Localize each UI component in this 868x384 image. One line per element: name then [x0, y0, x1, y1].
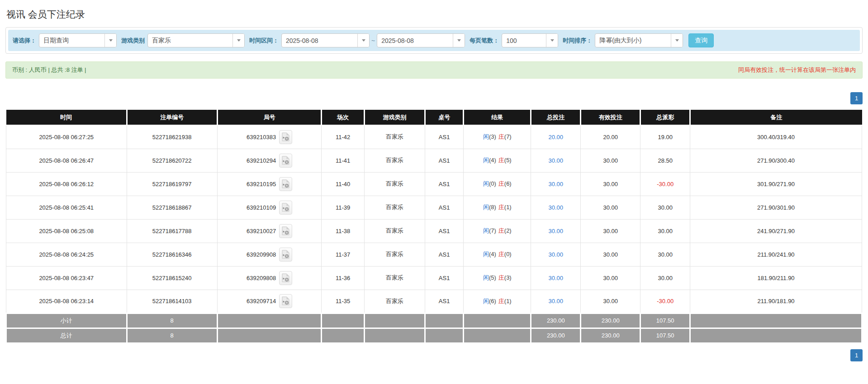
video-replay-button[interactable] [279, 224, 292, 238]
total-bet-link[interactable]: 20.00 [549, 134, 564, 140]
tilde-separator: ~ [371, 37, 375, 44]
game-category-cell: 百家乐 [364, 243, 425, 266]
player-result-label: 闲 [483, 227, 489, 234]
video-replay-button[interactable] [279, 248, 292, 262]
player-score: (4) [489, 157, 496, 164]
session-cell: 11-39 [322, 196, 365, 219]
total-bet-link[interactable]: 30.00 [549, 251, 564, 258]
table-row: 2025-08-08 06:26:12 522718619797 6392101… [6, 172, 862, 196]
round-id-text: 639209808 [247, 275, 276, 281]
bet-records-table: 时间 注单编号 局号 场次 游戏类别 桌号 结果 总投注 有效投注 总派彩 备注… [5, 110, 863, 344]
total-bet-cell: 20.00 [531, 125, 581, 149]
banker-score: (0) [504, 251, 512, 258]
chevron-down-icon[interactable] [232, 34, 244, 47]
table-row: 2025-08-08 06:27:25 522718621938 6392103… [6, 125, 862, 149]
total-bet-link[interactable]: 30.00 [549, 157, 564, 164]
payout-cell: 30.00 [640, 219, 690, 243]
total-bet-link[interactable]: 30.00 [549, 298, 564, 304]
total-bet-cell: 30.00 [531, 172, 581, 196]
remark-cell: 241.90/271.90 [690, 219, 862, 243]
game-category-cell: 百家乐 [364, 172, 425, 196]
player-score: (4) [489, 251, 496, 258]
time-cell: 2025-08-08 06:24:25 [6, 243, 127, 266]
header-game-category: 游戏类别 [364, 110, 425, 125]
round-id-cell: 639210383 [217, 125, 322, 149]
session-cell: 11-37 [322, 243, 365, 266]
session-cell: 11-42 [322, 125, 365, 149]
video-replay-button[interactable] [279, 294, 292, 308]
chevron-down-icon[interactable] [546, 34, 558, 47]
total-bet-link[interactable]: 30.00 [549, 181, 564, 187]
session-cell: 11-41 [322, 149, 365, 172]
remark-cell: 211.90/241.90 [690, 243, 862, 266]
bet-id-cell: 522718621938 [127, 125, 217, 149]
search-button[interactable]: 查询 [688, 33, 714, 47]
bet-id-cell: 522718617788 [127, 219, 217, 243]
subtotal-payout: 107.50 [640, 313, 690, 328]
result-cell: 闲(4)庄(0) [464, 243, 531, 266]
banker-score: (7) [504, 133, 512, 140]
game-category-label: 游戏类别 [121, 37, 145, 45]
query-type-value: 日期查询 [39, 34, 104, 47]
per-page-select[interactable]: 100 [502, 33, 558, 47]
chevron-down-icon[interactable] [357, 34, 369, 47]
time-range-label: 时间区间： [249, 37, 279, 45]
header-result: 结果 [464, 110, 531, 125]
player-score: (6) [489, 298, 496, 304]
total-bet-link[interactable]: 30.00 [549, 275, 564, 281]
table-no-cell: AS1 [425, 243, 464, 266]
round-id-text: 639210383 [247, 134, 276, 140]
round-id-text: 639210027 [247, 228, 276, 234]
player-result-label: 闲 [483, 157, 489, 164]
total-bet-link[interactable]: 30.00 [549, 204, 564, 211]
date-from-input[interactable]: 2025-08-08 [281, 33, 370, 47]
page-root: 视讯 会员下注纪录 请选择： 日期查询 游戏类别 百家乐 时间区间： 2025-… [0, 0, 868, 361]
bet-id-cell: 522718614103 [127, 290, 217, 313]
query-type-select[interactable]: 日期查询 [39, 33, 117, 47]
time-sort-select[interactable]: 降幂(由大到小) [595, 33, 683, 47]
page-1-button[interactable]: 1 [850, 349, 863, 361]
total-bet-link[interactable]: 30.00 [549, 228, 564, 234]
table-no-cell: AS1 [425, 172, 464, 196]
video-replay-button[interactable] [279, 154, 292, 168]
summary-bar: 币别 : 人民币 | 总共 :8 注单 | 同局有效投注，统一计算在该局第一张注… [5, 61, 863, 79]
page-1-button[interactable]: 1 [850, 92, 863, 104]
bet-id-cell: 522718618867 [127, 196, 217, 219]
subtotal-valid-bet: 230.00 [581, 313, 640, 328]
table-row: 2025-08-08 06:24:25 522718616346 6392099… [6, 243, 862, 266]
remark-cell: 271.90/300.40 [690, 149, 862, 172]
chevron-down-icon[interactable] [671, 34, 683, 47]
total-bet-cell: 30.00 [531, 266, 581, 290]
session-cell: 11-36 [322, 266, 365, 290]
table-row: 2025-08-08 06:25:41 522718618867 6392101… [6, 196, 862, 219]
round-id-text: 639210109 [247, 204, 276, 211]
valid-bet-cell: 20.00 [581, 125, 640, 149]
header-table-no: 桌号 [425, 110, 464, 125]
player-result-label: 闲 [483, 298, 489, 304]
player-score: (0) [489, 180, 496, 187]
bet-id-cell: 522718616346 [127, 243, 217, 266]
round-id-text: 639210294 [247, 157, 276, 164]
video-replay-button[interactable] [279, 130, 292, 144]
result-cell: 闲(3)庄(7) [464, 125, 531, 149]
session-cell: 11-40 [322, 172, 365, 196]
header-round-id: 局号 [217, 110, 322, 125]
game-category-select[interactable]: 百家乐 [147, 33, 245, 47]
table-no-cell: AS1 [425, 196, 464, 219]
banker-score: (6) [504, 180, 512, 187]
table-header-row: 时间 注单编号 局号 场次 游戏类别 桌号 结果 总投注 有效投注 总派彩 备注 [6, 110, 862, 125]
banker-result-label: 庄 [498, 298, 504, 304]
video-replay-button[interactable] [279, 177, 292, 191]
header-time: 时间 [6, 110, 127, 125]
video-replay-button[interactable] [279, 201, 292, 215]
banker-score: (1) [504, 204, 512, 211]
result-cell: 闲(4)庄(5) [464, 149, 531, 172]
chevron-down-icon[interactable] [453, 34, 465, 47]
round-id-text: 639209908 [247, 251, 276, 258]
date-to-input[interactable]: 2025-08-08 [377, 33, 465, 47]
player-result-label: 闲 [483, 133, 489, 140]
player-score: (7) [489, 227, 496, 234]
player-score: (5) [489, 274, 496, 281]
chevron-down-icon[interactable] [104, 34, 116, 47]
video-replay-button[interactable] [279, 271, 292, 285]
